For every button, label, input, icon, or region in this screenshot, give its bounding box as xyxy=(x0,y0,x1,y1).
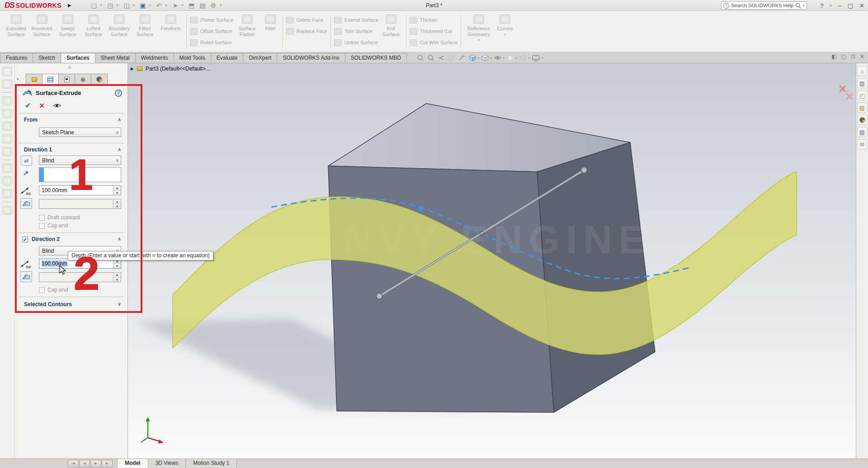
draft2-button[interactable] xyxy=(20,271,32,282)
panel-splitter-handle[interactable] xyxy=(68,66,71,69)
depth1-spinner[interactable]: ▲ ▼ xyxy=(113,186,121,195)
toolbox-icon[interactable]: ▨ xyxy=(857,103,867,113)
features-toolbar-icon-1[interactable] xyxy=(2,67,12,76)
planar-surface-button[interactable]: Planar Surface xyxy=(190,15,233,24)
cut-with-surface-button[interactable]: Cut With Surface xyxy=(410,38,458,47)
features-toolbar-icon-4[interactable] xyxy=(2,109,12,118)
direction2-checkbox[interactable]: ✔ xyxy=(22,236,28,242)
zoom-fit-icon[interactable] xyxy=(416,54,425,62)
view-orientation-icon[interactable]: ▾ xyxy=(468,54,479,62)
extruded-surface-button[interactable]: Extruded Surface xyxy=(4,14,28,37)
restore-button[interactable]: ▢ xyxy=(848,2,853,9)
draft1-angle-input[interactable]: ▲ ▼ xyxy=(39,199,121,209)
features-toolbar-icon-11[interactable] xyxy=(2,206,12,215)
pm-help-button[interactable]: ? xyxy=(115,90,122,97)
close-pane-icon[interactable]: ✕ xyxy=(860,53,864,60)
thicken-button[interactable]: Thicken xyxy=(410,15,458,24)
tab-sketch[interactable]: Sketch xyxy=(33,53,61,63)
curves-button[interactable]: Curves▾ xyxy=(494,14,516,37)
extend-surface-button[interactable]: Extend Surface xyxy=(334,15,378,24)
previous-view-icon[interactable] xyxy=(437,54,446,62)
nav-last-button[interactable]: ▶| xyxy=(102,460,113,467)
depth2-spinner[interactable]: ▲ ▼ xyxy=(113,259,121,268)
checkbox[interactable] xyxy=(39,223,45,229)
reference-geometry-caret-icon[interactable]: ▾ xyxy=(478,38,480,42)
from-collapse-icon[interactable]: ∧ xyxy=(118,117,121,123)
tab-3d-views[interactable]: 3D Views xyxy=(148,459,186,468)
design-library-icon[interactable]: ▥ xyxy=(857,78,867,88)
spline-midpoint-marker[interactable] xyxy=(417,205,425,213)
undo-icon[interactable]: ↶ xyxy=(155,2,164,9)
hide-show-items-icon[interactable]: ▾ xyxy=(493,54,505,62)
search-icon[interactable] xyxy=(795,3,801,9)
tab-feature-manager[interactable] xyxy=(26,74,42,85)
draft-outward-checkbox[interactable]: Draft outward xyxy=(39,214,152,221)
direction1-collapse-icon[interactable]: ∧ xyxy=(118,147,121,152)
graphics-area[interactable]: NVY ENGINE ✕ ✕ xyxy=(128,63,868,459)
search-scope-caret-icon[interactable]: ▾ xyxy=(803,4,805,8)
close-button[interactable]: ✕ xyxy=(859,2,864,9)
custom-properties-icon[interactable]: ▤ xyxy=(857,127,867,137)
freeform-button[interactable]: Freeform xyxy=(158,14,183,32)
ok-button[interactable]: ✔ xyxy=(25,101,31,110)
line-endpoint-left[interactable] xyxy=(377,293,382,299)
feature-tree-root[interactable]: ▶ Part3 (Default<<Default>... xyxy=(131,66,210,72)
tab-display-manager[interactable] xyxy=(91,74,108,85)
preview-eye-icon[interactable] xyxy=(53,103,61,109)
forum-icon[interactable]: ✉ xyxy=(857,139,867,149)
features-toolbar-icon-9[interactable] xyxy=(2,176,12,185)
restore-pane-icon[interactable]: ▢ xyxy=(841,53,846,60)
rebuild-icon[interactable]: ⬒ xyxy=(187,2,196,9)
tab-solidworks-add-ins[interactable]: SOLIDWORKS Add-Ins xyxy=(277,53,345,63)
float-pane-icon[interactable]: ⊡ xyxy=(851,53,855,60)
tab-sheet-metal[interactable]: Sheet Metal xyxy=(95,53,136,63)
options-gear-icon[interactable]: ⚙ xyxy=(209,2,218,9)
reference-geometry-button[interactable]: Reference Geometry▾ xyxy=(464,14,493,42)
selected-contours-expand-icon[interactable]: ∨ xyxy=(118,301,121,307)
print-icon[interactable]: ▣ xyxy=(138,2,147,9)
draft1-button[interactable] xyxy=(20,198,32,209)
tab-features[interactable]: Features xyxy=(0,53,33,63)
features-toolbar-icon-7[interactable] xyxy=(2,147,12,156)
view-settings-icon[interactable]: ▾ xyxy=(531,54,543,62)
file-explorer-icon[interactable]: ◰ xyxy=(857,90,867,100)
features-toolbar-icon-10[interactable] xyxy=(2,189,12,198)
features-toolbar-icon-3[interactable] xyxy=(2,96,12,105)
lofted-surface-button[interactable]: Lofted Surface xyxy=(81,14,106,37)
tab-dimxpert[interactable]: DimXpert xyxy=(243,53,277,63)
knit-surface-button[interactable]: Knit Surface xyxy=(379,14,403,37)
draft1-spinner[interactable]: ▲ ▼ xyxy=(113,199,121,208)
thickened-cut-button[interactable]: Thickened Cut xyxy=(410,27,458,36)
zoom-area-icon[interactable] xyxy=(426,54,435,62)
tab-surfaces[interactable]: Surfaces xyxy=(61,53,95,63)
nav-first-button[interactable]: |◀ xyxy=(68,460,79,467)
sketch-visibility-icon[interactable] xyxy=(458,54,467,62)
checkbox[interactable] xyxy=(39,215,45,221)
untrim-surface-button[interactable]: Untrim Surface xyxy=(334,38,378,47)
draft2-spinner[interactable]: ▲ ▼ xyxy=(113,273,121,282)
curves-caret-icon[interactable]: ▾ xyxy=(504,33,506,37)
delete-face-button[interactable]: Delete Face xyxy=(286,15,327,24)
tree-expand-icon[interactable]: ▶ xyxy=(131,66,134,71)
apply-scene-icon[interactable]: ▾ xyxy=(519,54,530,62)
swept-surface-button[interactable]: Swept Surface xyxy=(55,14,80,37)
minimize-button[interactable]: – xyxy=(838,2,841,9)
tab-model[interactable]: Model xyxy=(117,459,148,468)
tab-property-manager[interactable] xyxy=(42,74,59,85)
search-input[interactable]: Search SOLIDWORKS Help xyxy=(731,3,793,8)
select-icon[interactable]: ➤ xyxy=(171,2,180,9)
edit-appearance-icon[interactable]: ▾ xyxy=(506,54,517,62)
app-help-button[interactable]: ? xyxy=(820,2,823,9)
new-file-icon[interactable]: ▢ xyxy=(90,2,99,9)
ruled-surface-button[interactable]: Ruled Surface xyxy=(190,38,233,47)
features-toolbar-icon-8[interactable] xyxy=(2,164,12,173)
tab-evaluate[interactable]: Evaluate xyxy=(211,53,244,63)
features-toolbar-icon-5[interactable] xyxy=(2,122,12,131)
offset-surface-button[interactable]: Offset Surface xyxy=(190,27,233,36)
confirm-corner-cancel-icon-2[interactable]: ✕ xyxy=(845,90,854,103)
revolved-surface-button[interactable]: Revolved Surface xyxy=(29,14,54,37)
features-toolbar-icon-6[interactable] xyxy=(2,134,12,143)
tab-configuration-manager[interactable] xyxy=(58,74,75,85)
help-search-box[interactable]: ? Search SOLIDWORKS Help ▾ xyxy=(721,1,807,9)
replace-face-button[interactable]: Replace Face xyxy=(286,27,327,36)
